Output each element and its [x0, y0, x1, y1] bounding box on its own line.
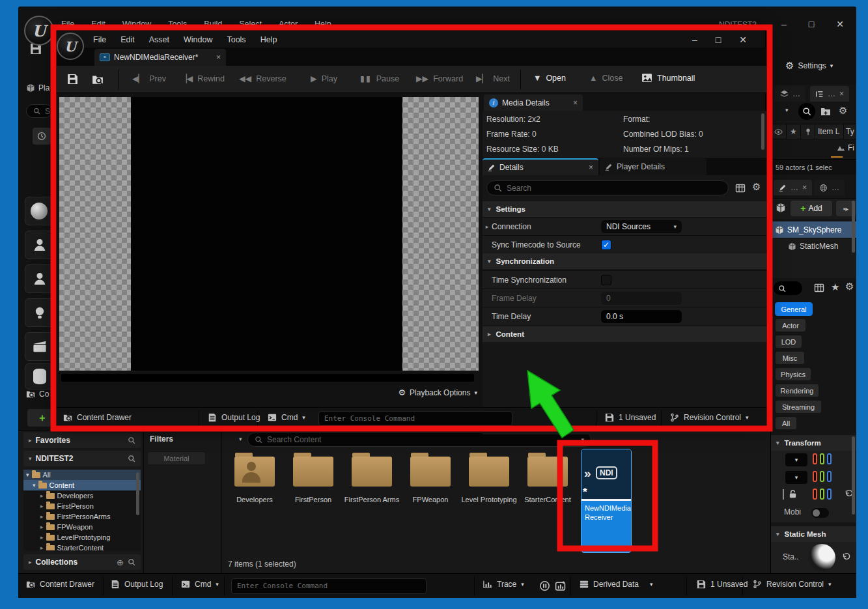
synchronization-section-header[interactable]: ▾ Synchronization: [483, 253, 766, 269]
component-row-staticmesh[interactable]: StaticMesh: [771, 239, 856, 253]
place-search-input[interactable]: [45, 107, 51, 116]
favorite-column[interactable]: ★: [787, 124, 801, 139]
close-icon[interactable]: ×: [802, 183, 807, 192]
menu-select[interactable]: Select: [239, 20, 262, 29]
output-log-button[interactable]: Output Log: [208, 413, 260, 422]
rewind-button[interactable]: ▕◀Rewind: [180, 74, 225, 83]
derived-data-button[interactable]: Derived Data ▾: [580, 580, 653, 589]
cmd-button[interactable]: Cmd ▾: [181, 580, 219, 589]
tree-item-startercontent[interactable]: ▸StarterContent: [23, 543, 141, 550]
unsaved-button[interactable]: 1 Unsaved: [697, 580, 748, 589]
menu-window[interactable]: Window: [122, 20, 151, 29]
folder-tile-levelprototyping[interactable]: Level Prototyping: [461, 457, 517, 505]
gear-icon[interactable]: ⚙: [752, 181, 761, 193]
save-icon[interactable]: [67, 74, 78, 85]
display-options-icon[interactable]: [814, 283, 824, 293]
details-search[interactable]: [774, 281, 802, 295]
mesh-thumbnail[interactable]: [808, 544, 835, 571]
playback-scrubber[interactable]: [61, 374, 474, 382]
open-button[interactable]: ▼Open: [533, 74, 566, 83]
menu-help[interactable]: Help: [260, 35, 277, 44]
gear-icon[interactable]: ⚙: [839, 105, 847, 117]
tab-details[interactable]: …×: [774, 180, 812, 195]
type-column[interactable]: Ty: [844, 127, 854, 136]
reset-icon[interactable]: [841, 552, 850, 561]
unsaved-button[interactable]: 1 Unsaved: [605, 413, 656, 422]
thumbnail-button[interactable]: Thumbnail: [641, 72, 695, 83]
outliner-search-button[interactable]: [798, 103, 815, 120]
play-button[interactable]: ▶Play: [311, 74, 337, 83]
frame-delay-input[interactable]: 0: [601, 292, 682, 305]
menu-build[interactable]: Build: [204, 20, 222, 29]
lock-icon[interactable]: [788, 489, 798, 499]
connection-dropdown[interactable]: NDI Sources ▾: [601, 220, 682, 233]
chip-lod[interactable]: LOD: [775, 335, 802, 348]
category-characters-button[interactable]: [25, 264, 53, 293]
tab-world-settings[interactable]: …: [814, 180, 845, 195]
static-mesh-section-header[interactable]: ▾ Static Mesh: [771, 526, 856, 542]
cmd-button[interactable]: Cmd ▾: [268, 413, 305, 422]
content-section-header[interactable]: ▸ Content: [483, 326, 766, 342]
content-drawer-button[interactable]: Content Drawer: [26, 580, 94, 589]
close-icon[interactable]: ×: [573, 98, 578, 107]
visibility-column[interactable]: [771, 124, 787, 139]
location-values[interactable]: [813, 453, 832, 464]
asset-tab[interactable]: » NewNDIMediaReceiver* ×: [94, 49, 226, 66]
content-drawer-stub[interactable]: Co: [26, 389, 49, 399]
details-tab[interactable]: Details ×: [483, 158, 598, 175]
mobility-toggle[interactable]: [811, 508, 829, 518]
console-input-wrap[interactable]: [231, 578, 427, 594]
forward-button[interactable]: ▶▶Forward: [416, 74, 463, 83]
content-search[interactable]: ▾: [247, 432, 591, 447]
category-shapes-button[interactable]: [25, 197, 53, 225]
category-lights-button[interactable]: [25, 298, 53, 327]
playback-options-button[interactable]: ⚙ Playback Options ▾: [330, 388, 477, 397]
component-row-selected[interactable]: SM_SkySphere: [771, 221, 856, 238]
tab-layers[interactable]: …: [775, 86, 805, 102]
close-icon[interactable]: ✕: [739, 35, 747, 45]
project-row[interactable]: ▾ NDITEST2: [23, 451, 141, 466]
details-scrollbar[interactable]: [852, 201, 855, 253]
expand-icon[interactable]: ▸: [483, 223, 492, 230]
tree-item-fpweapon[interactable]: ▸FPWeapon: [23, 522, 141, 532]
chip-all[interactable]: All: [775, 416, 797, 430]
chip-misc[interactable]: Misc: [775, 351, 805, 365]
pause-button[interactable]: ▮▮Pause: [360, 74, 399, 83]
menu-help[interactable]: Help: [315, 20, 331, 29]
category-audio-button[interactable]: [25, 363, 53, 389]
tree-item-all[interactable]: ▾All: [23, 470, 141, 480]
category-basic-button[interactable]: [25, 231, 53, 259]
folder-tile-fpweapon[interactable]: FPWeapon: [402, 457, 458, 505]
close-icon[interactable]: ×: [839, 89, 844, 98]
folder-tile-firstperson[interactable]: FirstPerson: [285, 457, 341, 505]
details-search-input[interactable]: [507, 184, 721, 193]
revision-control-button[interactable]: Revision Control ▾: [753, 580, 832, 589]
browse-to-asset-icon[interactable]: [92, 74, 104, 85]
pin-column[interactable]: [801, 124, 815, 139]
menu-asset[interactable]: Asset: [149, 35, 169, 44]
player-details-tab[interactable]: Player Details: [600, 158, 707, 175]
rotation-dropdown[interactable]: ▾: [785, 471, 807, 484]
insights-icon[interactable]: [539, 580, 550, 591]
chevron-down-icon[interactable]: ▾: [581, 436, 584, 443]
next-button[interactable]: ▶▏Next: [476, 74, 510, 83]
close-media-button[interactable]: ▲Close: [589, 74, 623, 83]
menu-file[interactable]: File: [93, 35, 106, 44]
search-icon[interactable]: [128, 455, 135, 462]
favorites-row[interactable]: ▸ Favorites: [23, 432, 141, 448]
profiler-icon[interactable]: [555, 580, 566, 591]
content-search-input[interactable]: [267, 435, 576, 444]
tree-item-firstpersonarms[interactable]: ▸FirstPersonArms: [23, 511, 141, 522]
menu-tools[interactable]: Tools: [168, 20, 187, 29]
place-search[interactable]: [26, 104, 52, 118]
chip-rendering[interactable]: Rendering: [775, 384, 819, 397]
details-search[interactable]: [486, 180, 729, 195]
trace-button[interactable]: Trace ▾: [483, 580, 524, 589]
menu-window[interactable]: Window: [184, 35, 212, 44]
maximize-icon[interactable]: □: [809, 19, 814, 29]
tree-item-firstperson[interactable]: ▸FirstPerson: [23, 501, 141, 511]
time-delay-input[interactable]: 0.0 s: [601, 310, 682, 323]
chip-general[interactable]: General: [775, 302, 813, 316]
gear-icon[interactable]: ⚙: [845, 281, 854, 292]
output-log-button[interactable]: Output Log: [111, 580, 163, 589]
